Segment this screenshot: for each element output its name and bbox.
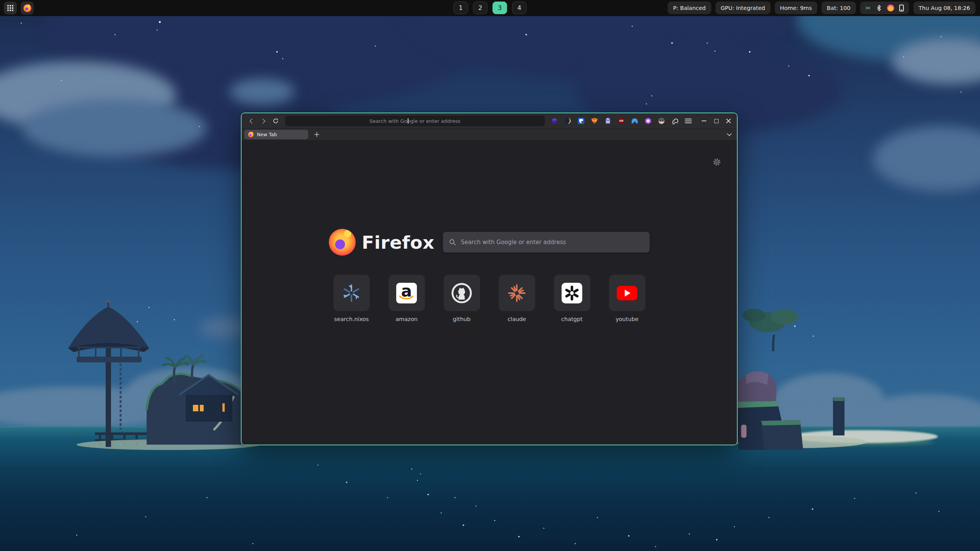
light-cloud [230,78,295,105]
metamask-extension-icon[interactable] [590,116,599,126]
firefox-window: Search with Google or enter address [241,112,738,445]
app-menu-button[interactable] [683,116,693,126]
shortcut-claude[interactable]: claude [499,275,535,322]
forward-button[interactable] [258,116,269,126]
firefox-wordmark: Firefox [362,232,434,253]
newtab-search-field[interactable]: Search with Google or enter address [443,232,650,253]
window-controls [701,118,733,124]
phone-icon[interactable] [899,5,904,11]
extension-toolbar: UO [549,116,693,126]
new-tab-page: Firefox Search with Google or enter addr… [242,140,737,445]
workspace-2[interactable]: 2 [473,2,488,14]
power-profile-status: P: Balanced [668,2,711,14]
shortcut-tiles: search.nixos a amazon [242,275,737,322]
workspace-4[interactable]: 4 [512,2,527,14]
shortcut-github[interactable]: github [444,275,480,322]
maximize-button[interactable] [713,118,719,124]
newtab-hero: Firefox Search with Google or enter addr… [242,229,737,256]
personalize-newtab-button[interactable] [712,157,722,167]
workspace-1[interactable]: 1 [454,2,468,14]
flame-icon[interactable] [887,4,894,11]
back-button[interactable] [245,116,257,126]
nordvpn-extension-icon[interactable] [630,116,640,126]
firefox-icon [23,4,31,12]
bitwarden-extension-icon[interactable] [576,116,586,126]
ublock-origin-extension-icon[interactable]: UO [616,116,626,126]
apps-launcher-button[interactable] [4,2,17,15]
shortcut-label: claude [508,316,526,322]
newtab-search-placeholder: Search with Google or enter address [461,239,566,246]
hex-asterisk-extension-icon[interactable] [643,116,653,126]
gpu-status: GPU: Integrated [715,2,771,14]
light-cloud [873,126,980,191]
shortcut-label: amazon [395,316,418,322]
shortcut-label: search.nixos [334,316,369,322]
system-tray: ✂ [860,2,909,14]
url-bar[interactable]: Search with Google or enter address [285,116,545,126]
shortcut-chatgpt[interactable]: chatgpt [554,275,590,322]
github-octocat-icon [451,282,472,304]
list-all-tabs-button[interactable] [724,130,734,139]
claude-starburst-icon [507,283,527,303]
new-tab-button[interactable] [312,130,322,139]
gear-icon [713,158,721,166]
tab-new-tab[interactable]: New Tab [244,130,308,139]
minimize-button[interactable] [701,118,707,124]
ping-status: Home: 9ms [775,2,817,14]
shortcut-search-nixos[interactable]: search.nixos [333,275,370,322]
tab-title: New Tab [257,132,277,137]
battery-status: Bat: 100 [822,2,856,14]
shortcut-amazon[interactable]: a amazon [389,275,425,322]
openai-knot-icon [562,283,582,303]
youtube-play-icon [617,286,637,300]
svg-text:UO: UO [619,119,623,122]
dark-reader-extension-icon[interactable] [563,116,573,126]
navigation-toolbar: Search with Google or enter address [242,113,737,129]
firefox-logo [329,229,356,256]
top-status-bar: 1 2 3 4 P: Balanced GPU: Integrated Home… [0,0,980,16]
spy-extension-icon[interactable] [657,116,666,126]
clock: Thu Aug 08, 18:26 [913,2,975,14]
reload-button[interactable] [270,116,281,126]
search-icon [449,239,456,246]
workspace-switcher: 1 2 3 4 [454,2,527,14]
workspace-3-active[interactable]: 3 [493,2,507,14]
tab-strip: New Tab [242,129,737,140]
amazon-icon: a [396,283,417,303]
cliff-island-art [727,298,888,452]
text-caret [408,118,408,124]
url-placeholder: Search with Google or enter address [369,118,461,124]
extensions-puzzle-icon[interactable] [670,116,680,126]
layers-extension-icon[interactable] [549,116,559,126]
shortcut-youtube[interactable]: youtube [609,275,645,322]
shortcut-label: youtube [616,316,639,322]
ghostery-extension-icon[interactable] [603,116,613,126]
nixos-snowflake-icon [341,283,361,303]
hamburger-icon [685,119,692,123]
shortcut-label: chatgpt [561,316,583,322]
scissors-icon[interactable]: ✂ [866,4,871,12]
firefox-favicon [248,132,254,137]
firefox-launcher-button[interactable] [21,2,34,15]
apps-grid-icon [7,5,13,11]
bluetooth-icon[interactable] [876,4,882,12]
light-cloud [23,99,207,157]
shortcut-label: github [453,316,471,322]
close-button[interactable] [725,118,732,124]
